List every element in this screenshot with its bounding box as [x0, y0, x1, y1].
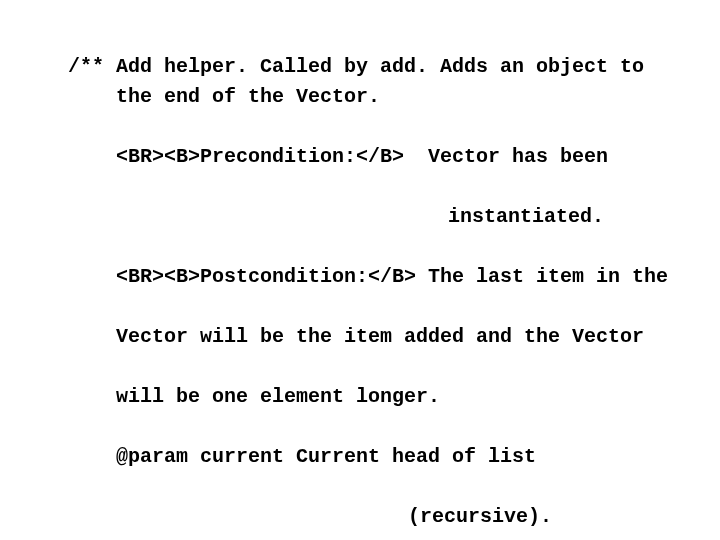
code-line: /** Add helper. Called by add. Adds an o… — [68, 55, 644, 78]
code-line: (recursive). — [68, 502, 720, 532]
code-line: will be one element longer. — [68, 382, 720, 412]
code-line: Vector will be the item added and the Ve… — [68, 322, 720, 352]
code-block: /** Add helper. Called by add. Adds an o… — [0, 0, 720, 540]
code-line: @param current Current head of list — [68, 442, 720, 472]
code-line: <BR><B>Postcondition:</B> The last item … — [68, 262, 720, 292]
code-line: <BR><B>Precondition:</B> Vector has been — [68, 142, 720, 172]
code-line: the end of the Vector. — [68, 82, 720, 112]
code-line: instantiated. — [68, 202, 720, 232]
